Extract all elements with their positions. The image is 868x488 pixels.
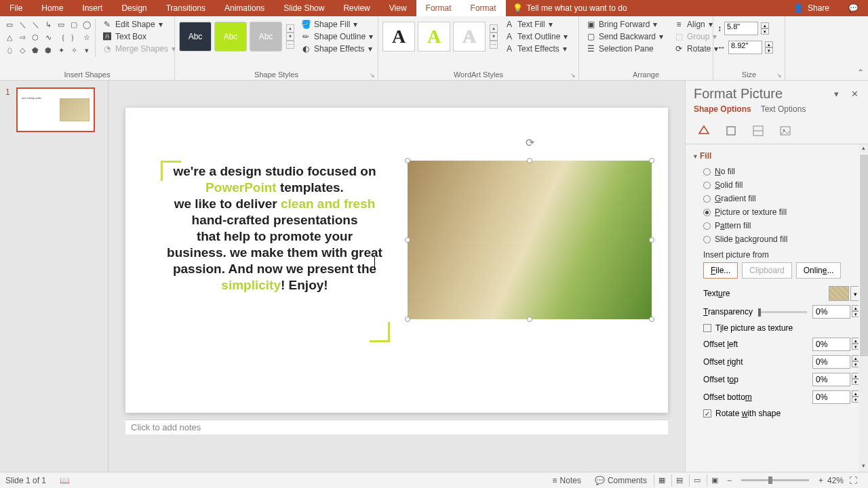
text-outline-button[interactable]: AText Outline ▾ bbox=[502, 31, 570, 42]
shape-more3-icon[interactable]: ⬢ bbox=[43, 45, 54, 56]
edit-shape-button[interactable]: ✎Edit Shape ▾ bbox=[100, 19, 178, 30]
pane-dropdown-icon[interactable]: ▾ bbox=[831, 89, 842, 99]
zoom-slider[interactable] bbox=[741, 479, 809, 481]
send-backward-button[interactable]: ▢Send Backward ▾ bbox=[583, 31, 666, 42]
tell-me[interactable]: 💡 Tell me what you want to do bbox=[506, 3, 634, 13]
file-button[interactable]: File... bbox=[703, 262, 738, 279]
tab-format-2[interactable]: Format bbox=[461, 0, 506, 16]
width-input[interactable]: 8.92" bbox=[728, 41, 762, 54]
style-swatch-3[interactable]: Abc bbox=[250, 22, 282, 52]
scroll-down-icon[interactable]: ▾ bbox=[859, 462, 868, 472]
shape-oval-icon[interactable]: ◯ bbox=[81, 19, 92, 30]
style-more-icon[interactable]: ⋯ bbox=[286, 41, 294, 49]
shape-tri-icon[interactable]: △ bbox=[4, 32, 15, 43]
handle-ml[interactable] bbox=[405, 237, 410, 243]
shape-brace2-icon[interactable]: ｝ bbox=[68, 32, 79, 43]
tab-transitions[interactable]: Transitions bbox=[157, 0, 215, 16]
handle-tc[interactable] bbox=[527, 158, 532, 163]
tab-insert[interactable]: Insert bbox=[73, 0, 112, 16]
handle-br[interactable] bbox=[649, 317, 654, 322]
handle-tl[interactable] bbox=[405, 158, 410, 163]
style-swatch-1[interactable]: Abc bbox=[179, 22, 212, 52]
reading-view-icon[interactable]: ▭ bbox=[689, 474, 705, 487]
shape-star-icon[interactable]: ☆ bbox=[81, 32, 92, 43]
rotate-handle-icon[interactable]: ⟳ bbox=[526, 136, 534, 149]
height-input[interactable]: 5.8" bbox=[724, 22, 758, 35]
selection-pane-button[interactable]: ☰Selection Pane bbox=[583, 43, 666, 54]
shape-style-gallery[interactable]: Abc Abc Abc ▴ ▾ ⋯ bbox=[179, 19, 294, 54]
tab-view[interactable]: View bbox=[380, 0, 416, 16]
wordart-gallery[interactable]: A A A ▴ ▾ ⋯ bbox=[382, 19, 498, 54]
radio-solid-fill[interactable]: Solid fill bbox=[694, 178, 860, 192]
shape-styles-expand-icon[interactable]: ↘ bbox=[370, 72, 375, 79]
tab-animations[interactable]: Animations bbox=[215, 0, 274, 16]
rotate-with-shape-checkbox[interactable]: ✓Rotate with shape bbox=[694, 406, 860, 421]
tab-home[interactable]: Home bbox=[32, 0, 73, 16]
shape-options-tab[interactable]: Shape Options bbox=[694, 104, 751, 114]
wordart-3[interactable]: A bbox=[453, 22, 486, 52]
shape-callout-icon[interactable]: ⬯ bbox=[4, 45, 15, 56]
notes-input[interactable]: Click to add notes bbox=[125, 420, 668, 434]
tab-design[interactable]: Design bbox=[112, 0, 156, 16]
comments-button[interactable]: 💬 Comments bbox=[588, 476, 654, 485]
width-down-icon[interactable]: ▾ bbox=[765, 47, 773, 54]
slide-canvas[interactable]: we're a design studio focused on PowerPo… bbox=[125, 108, 668, 413]
shape-rect-icon[interactable]: ▭ bbox=[56, 19, 66, 30]
text-fill-button[interactable]: AText Fill ▾ bbox=[502, 19, 570, 30]
offset-left-value[interactable]: 0% bbox=[812, 338, 850, 351]
shape-more2-icon[interactable]: ⬟ bbox=[30, 45, 41, 56]
scroll-up-icon[interactable]: ▴ bbox=[859, 144, 868, 154]
merge-shapes-button[interactable]: ◔Merge Shapes ▾ bbox=[100, 43, 178, 54]
shape-more1-icon[interactable]: ◇ bbox=[17, 45, 28, 56]
fill-line-icon[interactable] bbox=[694, 122, 714, 140]
tab-file[interactable]: File bbox=[0, 0, 32, 16]
picture-category-icon[interactable] bbox=[775, 122, 795, 140]
spellcheck-icon[interactable]: 📖 bbox=[60, 476, 70, 485]
style-down-icon[interactable]: ▾ bbox=[286, 33, 294, 41]
normal-view-icon[interactable]: ▦ bbox=[654, 474, 670, 487]
slide-thumbnail-1[interactable]: we're a design studio… bbox=[16, 87, 95, 132]
height-down-icon[interactable]: ▾ bbox=[761, 28, 769, 35]
zoom-out-icon[interactable]: − bbox=[723, 476, 736, 485]
size-expand-icon[interactable]: ↘ bbox=[776, 72, 782, 79]
handle-bl[interactable] bbox=[405, 317, 410, 322]
selected-picture[interactable]: ⟳ bbox=[408, 161, 652, 319]
pane-scrollbar[interactable]: ▴ ▾ bbox=[859, 144, 868, 472]
wordart-1[interactable]: A bbox=[382, 22, 415, 52]
style-swatch-2[interactable]: Abc bbox=[214, 22, 247, 52]
zoom-in-icon[interactable]: + bbox=[814, 476, 827, 485]
shape-brace-icon[interactable]: ｛ bbox=[56, 32, 66, 43]
shape-line-icon[interactable]: ＼ bbox=[17, 19, 28, 30]
notes-button[interactable]: ≡ Notes bbox=[546, 476, 588, 485]
clipboard-button[interactable]: Clipboard bbox=[742, 262, 791, 279]
shapes-gallery[interactable]: ▭ ＼ ＼ ↳ ▭ ▢ ◯ △ ⇨ ⬡ ∿ ｛ ｝ ☆ ⬯ ◇ ⬟ ⬢ ✦ ✧ bbox=[4, 19, 92, 56]
radio-slide-bg-fill[interactable]: Slide background fill bbox=[694, 232, 860, 246]
slideshow-view-icon[interactable]: ▣ bbox=[707, 474, 723, 487]
shape-fill-button[interactable]: 🪣Shape Fill ▾ bbox=[298, 19, 376, 30]
shape-textbox-icon[interactable]: ▭ bbox=[4, 19, 15, 30]
shape-effects-button[interactable]: ◐Shape Effects ▾ bbox=[298, 43, 376, 54]
shape-more4-icon[interactable]: ✦ bbox=[56, 45, 66, 56]
online-button[interactable]: Online... bbox=[796, 262, 842, 279]
text-box-button[interactable]: 🅰Text Box bbox=[100, 31, 178, 42]
tab-review[interactable]: Review bbox=[334, 0, 379, 16]
shape-hex-icon[interactable]: ⬡ bbox=[30, 32, 41, 43]
fit-to-window-icon[interactable]: ⛶ bbox=[844, 476, 863, 485]
style-up-icon[interactable]: ▴ bbox=[286, 24, 294, 33]
radio-gradient-fill[interactable]: Gradient fill bbox=[694, 192, 860, 205]
handle-mr[interactable] bbox=[649, 237, 654, 243]
handle-bc[interactable] bbox=[527, 317, 532, 322]
tab-format-1[interactable]: Format bbox=[416, 0, 461, 16]
tab-slideshow[interactable]: Slide Show bbox=[274, 0, 334, 16]
shape-more-icon[interactable]: ▾ bbox=[81, 45, 92, 56]
wa-down-icon[interactable]: ▾ bbox=[490, 33, 498, 41]
shape-curve-icon[interactable]: ∿ bbox=[43, 32, 54, 43]
shape-roundrect-icon[interactable]: ▢ bbox=[68, 19, 79, 30]
radio-picture-fill[interactable]: Picture or texture fill bbox=[694, 205, 860, 219]
share-button[interactable]: 👤 Share bbox=[784, 3, 839, 13]
shape-more5-icon[interactable]: ✧ bbox=[68, 45, 79, 56]
effects-category-icon[interactable] bbox=[721, 122, 741, 140]
radio-no-fill[interactable]: NNo fillo fill bbox=[694, 165, 860, 178]
body-text-box[interactable]: we're a design studio focused on PowerPo… bbox=[166, 163, 383, 293]
comments-icon[interactable]: 💬 bbox=[839, 3, 868, 13]
